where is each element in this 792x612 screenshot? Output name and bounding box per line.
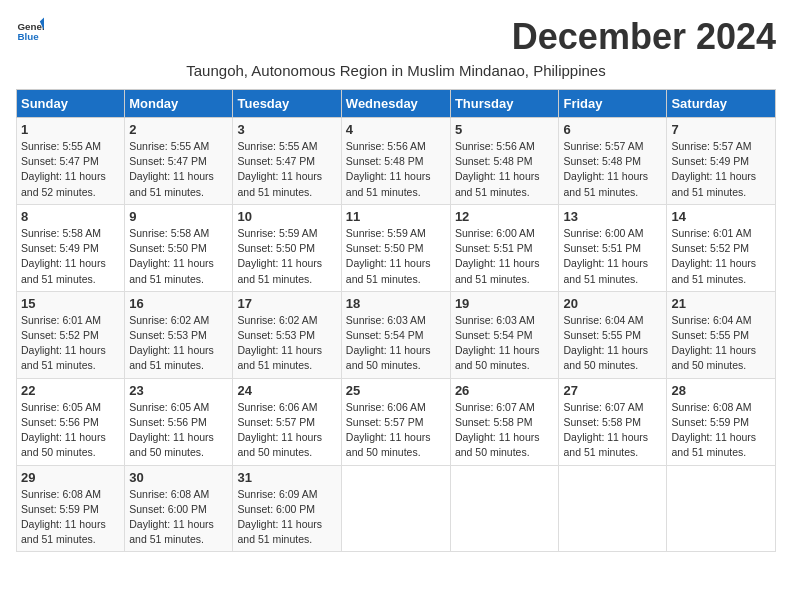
day-number: 25 — [346, 383, 446, 398]
day-info: Sunrise: 5:59 AMSunset: 5:50 PMDaylight:… — [237, 227, 322, 285]
day-number: 11 — [346, 209, 446, 224]
day-number: 5 — [455, 122, 555, 137]
day-number: 17 — [237, 296, 336, 311]
day-number: 23 — [129, 383, 228, 398]
calendar-cell: 11 Sunrise: 5:59 AMSunset: 5:50 PMDaylig… — [341, 204, 450, 291]
day-number: 3 — [237, 122, 336, 137]
calendar-cell: 26 Sunrise: 6:07 AMSunset: 5:58 PMDaylig… — [450, 378, 559, 465]
calendar-cell: 2 Sunrise: 5:55 AMSunset: 5:47 PMDayligh… — [125, 118, 233, 205]
day-info: Sunrise: 5:59 AMSunset: 5:50 PMDaylight:… — [346, 227, 431, 285]
calendar-subtitle: Taungoh, Autonomous Region in Muslim Min… — [16, 62, 776, 79]
calendar-cell: 31 Sunrise: 6:09 AMSunset: 6:00 PMDaylig… — [233, 465, 341, 552]
day-number: 1 — [21, 122, 120, 137]
header-saturday: Saturday — [667, 90, 776, 118]
day-number: 8 — [21, 209, 120, 224]
calendar-cell — [341, 465, 450, 552]
calendar-cell: 7 Sunrise: 5:57 AMSunset: 5:49 PMDayligh… — [667, 118, 776, 205]
calendar-cell: 19 Sunrise: 6:03 AMSunset: 5:54 PMDaylig… — [450, 291, 559, 378]
header-friday: Friday — [559, 90, 667, 118]
day-info: Sunrise: 6:04 AMSunset: 5:55 PMDaylight:… — [563, 314, 648, 372]
day-info: Sunrise: 6:08 AMSunset: 6:00 PMDaylight:… — [129, 488, 214, 546]
day-info: Sunrise: 5:55 AMSunset: 5:47 PMDaylight:… — [129, 140, 214, 198]
day-number: 24 — [237, 383, 336, 398]
day-number: 9 — [129, 209, 228, 224]
day-number: 16 — [129, 296, 228, 311]
header-wednesday: Wednesday — [341, 90, 450, 118]
calendar-cell: 27 Sunrise: 6:07 AMSunset: 5:58 PMDaylig… — [559, 378, 667, 465]
calendar-cell: 6 Sunrise: 5:57 AMSunset: 5:48 PMDayligh… — [559, 118, 667, 205]
day-number: 21 — [671, 296, 771, 311]
day-info: Sunrise: 6:07 AMSunset: 5:58 PMDaylight:… — [455, 401, 540, 459]
day-number: 26 — [455, 383, 555, 398]
calendar-cell: 13 Sunrise: 6:00 AMSunset: 5:51 PMDaylig… — [559, 204, 667, 291]
month-title: December 2024 — [512, 16, 776, 58]
day-number: 10 — [237, 209, 336, 224]
calendar-cell: 22 Sunrise: 6:05 AMSunset: 5:56 PMDaylig… — [17, 378, 125, 465]
day-info: Sunrise: 6:01 AMSunset: 5:52 PMDaylight:… — [21, 314, 106, 372]
day-number: 7 — [671, 122, 771, 137]
day-number: 22 — [21, 383, 120, 398]
logo-icon: General Blue — [16, 16, 44, 44]
calendar-cell: 14 Sunrise: 6:01 AMSunset: 5:52 PMDaylig… — [667, 204, 776, 291]
day-number: 4 — [346, 122, 446, 137]
header-sunday: Sunday — [17, 90, 125, 118]
day-info: Sunrise: 5:55 AMSunset: 5:47 PMDaylight:… — [237, 140, 322, 198]
page-header: General Blue December 2024 — [16, 16, 776, 58]
day-info: Sunrise: 6:00 AMSunset: 5:51 PMDaylight:… — [455, 227, 540, 285]
header-monday: Monday — [125, 90, 233, 118]
day-info: Sunrise: 5:56 AMSunset: 5:48 PMDaylight:… — [455, 140, 540, 198]
day-info: Sunrise: 6:05 AMSunset: 5:56 PMDaylight:… — [21, 401, 106, 459]
day-info: Sunrise: 5:58 AMSunset: 5:49 PMDaylight:… — [21, 227, 106, 285]
header-tuesday: Tuesday — [233, 90, 341, 118]
calendar-header-row: SundayMondayTuesdayWednesdayThursdayFrid… — [17, 90, 776, 118]
calendar-cell: 28 Sunrise: 6:08 AMSunset: 5:59 PMDaylig… — [667, 378, 776, 465]
calendar-cell: 16 Sunrise: 6:02 AMSunset: 5:53 PMDaylig… — [125, 291, 233, 378]
calendar-cell: 8 Sunrise: 5:58 AMSunset: 5:49 PMDayligh… — [17, 204, 125, 291]
calendar-cell: 3 Sunrise: 5:55 AMSunset: 5:47 PMDayligh… — [233, 118, 341, 205]
day-number: 14 — [671, 209, 771, 224]
logo: General Blue — [16, 16, 44, 44]
day-info: Sunrise: 6:07 AMSunset: 5:58 PMDaylight:… — [563, 401, 648, 459]
day-number: 30 — [129, 470, 228, 485]
day-number: 15 — [21, 296, 120, 311]
day-info: Sunrise: 6:08 AMSunset: 5:59 PMDaylight:… — [21, 488, 106, 546]
day-info: Sunrise: 6:09 AMSunset: 6:00 PMDaylight:… — [237, 488, 322, 546]
day-number: 20 — [563, 296, 662, 311]
calendar-cell — [559, 465, 667, 552]
calendar-cell: 21 Sunrise: 6:04 AMSunset: 5:55 PMDaylig… — [667, 291, 776, 378]
calendar-cell: 12 Sunrise: 6:00 AMSunset: 5:51 PMDaylig… — [450, 204, 559, 291]
calendar-cell: 17 Sunrise: 6:02 AMSunset: 5:53 PMDaylig… — [233, 291, 341, 378]
day-info: Sunrise: 6:00 AMSunset: 5:51 PMDaylight:… — [563, 227, 648, 285]
calendar-week-row: 1 Sunrise: 5:55 AMSunset: 5:47 PMDayligh… — [17, 118, 776, 205]
calendar-week-row: 29 Sunrise: 6:08 AMSunset: 5:59 PMDaylig… — [17, 465, 776, 552]
day-number: 19 — [455, 296, 555, 311]
header-thursday: Thursday — [450, 90, 559, 118]
day-info: Sunrise: 5:55 AMSunset: 5:47 PMDaylight:… — [21, 140, 106, 198]
svg-text:Blue: Blue — [17, 31, 39, 42]
day-info: Sunrise: 6:04 AMSunset: 5:55 PMDaylight:… — [671, 314, 756, 372]
calendar-cell: 24 Sunrise: 6:06 AMSunset: 5:57 PMDaylig… — [233, 378, 341, 465]
calendar-cell: 9 Sunrise: 5:58 AMSunset: 5:50 PMDayligh… — [125, 204, 233, 291]
day-info: Sunrise: 5:56 AMSunset: 5:48 PMDaylight:… — [346, 140, 431, 198]
calendar-table: SundayMondayTuesdayWednesdayThursdayFrid… — [16, 89, 776, 552]
day-info: Sunrise: 6:01 AMSunset: 5:52 PMDaylight:… — [671, 227, 756, 285]
day-info: Sunrise: 6:03 AMSunset: 5:54 PMDaylight:… — [346, 314, 431, 372]
calendar-cell: 25 Sunrise: 6:06 AMSunset: 5:57 PMDaylig… — [341, 378, 450, 465]
day-info: Sunrise: 6:05 AMSunset: 5:56 PMDaylight:… — [129, 401, 214, 459]
calendar-cell: 5 Sunrise: 5:56 AMSunset: 5:48 PMDayligh… — [450, 118, 559, 205]
day-info: Sunrise: 6:03 AMSunset: 5:54 PMDaylight:… — [455, 314, 540, 372]
day-info: Sunrise: 6:06 AMSunset: 5:57 PMDaylight:… — [237, 401, 322, 459]
calendar-cell: 23 Sunrise: 6:05 AMSunset: 5:56 PMDaylig… — [125, 378, 233, 465]
day-number: 12 — [455, 209, 555, 224]
day-number: 28 — [671, 383, 771, 398]
day-number: 18 — [346, 296, 446, 311]
calendar-week-row: 22 Sunrise: 6:05 AMSunset: 5:56 PMDaylig… — [17, 378, 776, 465]
day-info: Sunrise: 5:57 AMSunset: 5:48 PMDaylight:… — [563, 140, 648, 198]
day-number: 29 — [21, 470, 120, 485]
day-info: Sunrise: 6:08 AMSunset: 5:59 PMDaylight:… — [671, 401, 756, 459]
day-number: 31 — [237, 470, 336, 485]
day-number: 27 — [563, 383, 662, 398]
calendar-cell: 20 Sunrise: 6:04 AMSunset: 5:55 PMDaylig… — [559, 291, 667, 378]
calendar-cell — [450, 465, 559, 552]
day-number: 2 — [129, 122, 228, 137]
